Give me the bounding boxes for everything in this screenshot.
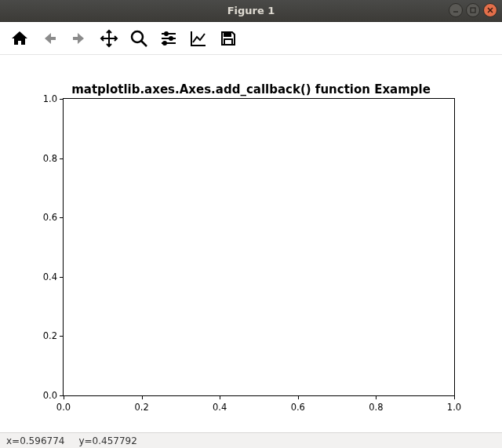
edit-axis-button[interactable] — [185, 25, 212, 52]
x-tick — [454, 395, 455, 399]
save-button[interactable] — [215, 25, 242, 52]
figure-canvas[interactable]: matplotlib.axes.Axes.add_callback() func… — [0, 55, 502, 432]
x-tick — [298, 395, 299, 399]
maximize-button[interactable] — [466, 3, 480, 17]
y-tick-label: 0.0 — [43, 390, 57, 401]
forward-button[interactable] — [66, 25, 93, 52]
axes[interactable]: 0.00.20.40.60.81.00.00.20.40.60.81.0 — [63, 98, 455, 396]
axes-title: matplotlib.axes.Axes.add_callback() func… — [0, 82, 502, 97]
configure-subplots-button[interactable] — [155, 25, 182, 52]
x-tick — [64, 395, 64, 399]
arrow-left-icon — [40, 29, 59, 48]
minimize-button[interactable] — [449, 3, 463, 17]
window-titlebar: Figure 1 — [0, 0, 502, 22]
x-tick — [220, 395, 220, 399]
arrow-right-icon — [70, 29, 89, 48]
x-tick-label: 0.2 — [134, 402, 148, 413]
save-icon — [219, 29, 238, 48]
svg-point-11 — [163, 42, 166, 45]
svg-rect-1 — [471, 8, 475, 13]
move-icon — [100, 29, 118, 48]
status-bar: x=0.596774 y=0.457792 — [0, 432, 502, 448]
pan-button[interactable] — [96, 25, 122, 52]
y-tick — [60, 277, 64, 278]
y-tick-label: 0.2 — [43, 330, 57, 341]
x-tick — [142, 395, 143, 399]
toolbar — [0, 22, 502, 55]
svg-point-9 — [169, 37, 173, 40]
close-button[interactable] — [483, 3, 497, 17]
window-controls — [449, 3, 497, 17]
y-tick — [60, 217, 64, 218]
svg-point-4 — [132, 31, 143, 42]
x-tick-label: 0.8 — [369, 402, 383, 413]
back-button[interactable] — [36, 25, 63, 52]
svg-rect-12 — [224, 32, 231, 36]
cursor-x-readout: x=0.596774 — [6, 435, 64, 446]
svg-line-5 — [141, 41, 147, 46]
chart-line-icon — [189, 29, 208, 48]
x-tick — [376, 395, 376, 399]
x-tick-label: 0.0 — [56, 402, 71, 413]
x-tick-label: 0.6 — [291, 402, 305, 413]
zoom-button[interactable] — [126, 25, 152, 52]
window-title: Figure 1 — [227, 5, 275, 16]
zoom-icon — [129, 29, 148, 48]
x-tick-label: 0.4 — [213, 402, 227, 413]
svg-rect-13 — [224, 39, 232, 45]
x-tick-label: 1.0 — [447, 402, 461, 413]
svg-point-7 — [165, 32, 168, 35]
y-tick-label: 0.8 — [43, 153, 57, 164]
y-tick-label: 0.6 — [43, 212, 57, 223]
sliders-icon — [159, 29, 178, 48]
y-tick — [60, 336, 64, 337]
y-tick — [60, 395, 64, 396]
y-tick — [60, 99, 64, 100]
home-icon — [10, 29, 29, 48]
y-tick-label: 1.0 — [43, 93, 57, 104]
y-tick — [60, 158, 64, 159]
home-button[interactable] — [6, 25, 33, 52]
y-tick-label: 0.4 — [43, 271, 57, 282]
cursor-y-readout: y=0.457792 — [78, 435, 136, 446]
